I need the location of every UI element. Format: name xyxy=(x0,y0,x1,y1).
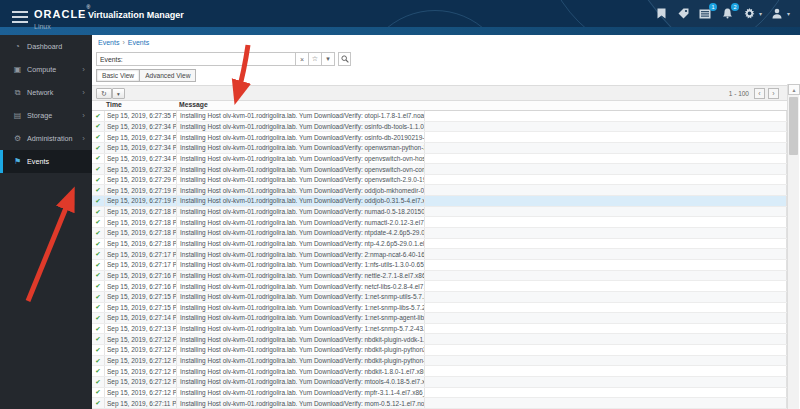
vertical-scrollbar[interactable]: ▲ xyxy=(787,84,799,409)
table-row[interactable]: ✔Sep 15, 2019, 6:27:16 PMInstalling Host… xyxy=(92,281,787,292)
event-row-filler xyxy=(424,398,787,408)
table-row[interactable]: ✔Sep 15, 2019, 6:27:29 PMInstalling Host… xyxy=(92,175,787,186)
refresh-icon[interactable]: ↻ xyxy=(96,88,112,99)
bookmark-search-star-icon[interactable]: ☆ xyxy=(309,52,322,66)
table-row[interactable]: ✔Sep 15, 2019, 6:27:12 PMInstalling Host… xyxy=(92,345,787,356)
logo-text: ORACLE xyxy=(34,8,86,20)
event-time: Sep 15, 2019, 6:27:19 PM xyxy=(104,185,176,195)
previous-page-button[interactable]: ‹ xyxy=(754,88,765,99)
event-row-filler xyxy=(424,271,787,281)
event-row-filler xyxy=(424,249,787,259)
table-row[interactable]: ✔Sep 15, 2019, 6:27:18 PMInstalling Host… xyxy=(92,207,787,218)
settings-gear-icon[interactable] xyxy=(743,7,756,20)
table-row[interactable]: ✔Sep 15, 2019, 6:27:34 PMInstalling Host… xyxy=(92,132,787,143)
table-row[interactable]: ✔Sep 15, 2019, 6:27:12 PMInstalling Host… xyxy=(92,388,787,399)
table-row[interactable]: ✔Sep 15, 2019, 6:27:12 PMInstalling Host… xyxy=(92,366,787,377)
table-row[interactable]: ✔Sep 15, 2019, 6:27:18 PMInstalling Host… xyxy=(92,239,787,250)
menu-icon[interactable] xyxy=(12,11,28,23)
event-row-filler xyxy=(424,217,787,227)
sidebar-item-administration[interactable]: ⚙Administration› xyxy=(0,127,92,150)
main-content: Events › Events × ☆ ▾ Basic View Advance… xyxy=(92,35,800,409)
search-input[interactable] xyxy=(96,52,296,66)
clear-search-icon[interactable]: × xyxy=(296,52,309,66)
table-row[interactable]: ✔Sep 15, 2019, 6:27:17 PMInstalling Host… xyxy=(92,260,787,271)
table-row[interactable]: ✔Sep 15, 2019, 6:27:12 PMInstalling Host… xyxy=(92,377,787,388)
table-row[interactable]: ✔Sep 15, 2019, 6:27:12 PMInstalling Host… xyxy=(92,334,787,345)
search-magnifier-icon[interactable] xyxy=(338,52,351,66)
table-row[interactable]: ✔Sep 15, 2019, 6:27:15 PMInstalling Host… xyxy=(92,303,787,314)
scrollbar-up-arrow-icon[interactable]: ▲ xyxy=(788,84,800,95)
table-row[interactable]: ✔Sep 15, 2019, 6:27:34 PMInstalling Host… xyxy=(92,122,787,133)
table-row[interactable]: ✔Sep 15, 2019, 6:27:15 PMInstalling Host… xyxy=(92,292,787,303)
table-row[interactable]: ✔Sep 15, 2019, 6:27:34 PMInstalling Host… xyxy=(92,154,787,165)
table-row[interactable]: ✔Sep 15, 2019, 6:27:17 PMInstalling Host… xyxy=(92,249,787,260)
header-icon-group: 1 2 ▾ ▾ xyxy=(655,7,790,20)
table-row[interactable]: ✔Sep 15, 2019, 6:27:34 PMInstalling Host… xyxy=(92,143,787,154)
table-row[interactable]: ✔Sep 15, 2019, 6:27:18 PMInstalling Host… xyxy=(92,217,787,228)
table-row[interactable]: ✔Sep 15, 2019, 6:27:19 PMInstalling Host… xyxy=(92,196,787,207)
event-row-filler xyxy=(424,185,787,195)
success-check-icon: ✔ xyxy=(92,250,104,258)
success-check-icon: ✔ xyxy=(92,186,104,194)
tag-icon[interactable] xyxy=(677,7,690,20)
sidebar-item-label: Network xyxy=(27,88,53,97)
event-message: Installing Host olv-kvm-01.rodrigolira.l… xyxy=(176,356,424,366)
table-row[interactable]: ✔Sep 15, 2019, 6:27:11 PMInstalling Host… xyxy=(92,398,787,409)
success-check-icon: ✔ xyxy=(92,314,104,322)
table-row[interactable]: ✔Sep 15, 2019, 6:27:18 PMInstalling Host… xyxy=(92,228,787,239)
sidebar-item-storage[interactable]: ▤Storage› xyxy=(0,104,92,127)
event-message: Installing Host olv-kvm-01.rodrigolira.l… xyxy=(176,175,424,185)
refresh-dropdown-icon[interactable]: ▾ xyxy=(112,88,125,99)
success-check-icon: ✔ xyxy=(92,367,104,375)
next-page-button[interactable]: › xyxy=(768,88,779,99)
success-check-icon: ✔ xyxy=(92,154,104,162)
event-row-filler xyxy=(424,377,787,387)
event-time: Sep 15, 2019, 6:27:18 PM xyxy=(104,217,176,227)
success-check-icon: ✔ xyxy=(92,399,104,407)
breadcrumb-current-link[interactable]: Events xyxy=(128,39,149,46)
table-row[interactable]: ✔Sep 15, 2019, 6:27:35 PMInstalling Host… xyxy=(92,111,787,122)
event-time: Sep 15, 2019, 6:27:16 PM xyxy=(104,271,176,281)
tasks-icon[interactable]: 1 xyxy=(699,7,712,20)
success-check-icon: ✔ xyxy=(92,335,104,343)
sidebar-item-dashboard[interactable]: ◔Dashboard xyxy=(0,35,92,58)
advanced-view-button[interactable]: Advanced View xyxy=(140,69,196,82)
table-row[interactable]: ✔Sep 15, 2019, 6:27:14 PMInstalling Host… xyxy=(92,313,787,324)
event-row-filler xyxy=(424,313,787,323)
success-check-icon: ✔ xyxy=(92,197,104,205)
event-message: Installing Host olv-kvm-01.rodrigolira.l… xyxy=(176,249,424,259)
time-column-header[interactable]: Time xyxy=(104,101,176,110)
scrollbar-thumb[interactable] xyxy=(789,97,798,155)
event-row-filler xyxy=(424,292,787,302)
event-time: Sep 15, 2019, 6:27:32 PM xyxy=(104,164,176,174)
event-message: Installing Host olv-kvm-01.rodrigolira.l… xyxy=(176,334,424,344)
sidebar-item-events[interactable]: ⚑Events xyxy=(0,150,92,173)
message-column-header[interactable]: Message xyxy=(176,101,424,110)
chevron-right-icon: › xyxy=(82,65,85,74)
event-row-filler xyxy=(424,324,787,334)
alerts-bell-icon[interactable]: 2 xyxy=(721,7,734,20)
sidebar-item-network[interactable]: ⧉Network› xyxy=(0,81,92,104)
table-row[interactable]: ✔Sep 15, 2019, 6:27:12 PMInstalling Host… xyxy=(92,356,787,367)
success-check-icon: ✔ xyxy=(92,229,104,237)
event-row-filler xyxy=(424,303,787,313)
table-row[interactable]: ✔Sep 15, 2019, 6:27:32 PMInstalling Host… xyxy=(92,164,787,175)
success-check-icon: ✔ xyxy=(92,176,104,184)
success-check-icon: ✔ xyxy=(92,144,104,152)
search-dropdown-icon[interactable]: ▾ xyxy=(322,52,335,66)
success-check-icon: ✔ xyxy=(92,261,104,269)
user-icon[interactable] xyxy=(771,7,784,20)
header-accent-strip xyxy=(0,27,800,35)
table-row[interactable]: ✔Sep 15, 2019, 6:27:19 PMInstalling Host… xyxy=(92,185,787,196)
table-row[interactable]: ✔Sep 15, 2019, 6:27:13 PMInstalling Host… xyxy=(92,324,787,335)
basic-view-button[interactable]: Basic View xyxy=(96,69,140,82)
success-check-icon: ✔ xyxy=(92,303,104,311)
breadcrumb-root-link[interactable]: Events xyxy=(98,39,119,46)
success-check-icon: ✔ xyxy=(92,218,104,226)
bookmark-icon[interactable] xyxy=(655,7,668,20)
sidebar-item-compute[interactable]: ▣Compute› xyxy=(0,58,92,81)
event-message: Installing Host olv-kvm-01.rodrigolira.l… xyxy=(176,217,424,227)
event-row-filler xyxy=(424,239,787,249)
table-row[interactable]: ✔Sep 15, 2019, 6:27:16 PMInstalling Host… xyxy=(92,271,787,282)
breadcrumb: Events › Events xyxy=(92,35,800,49)
